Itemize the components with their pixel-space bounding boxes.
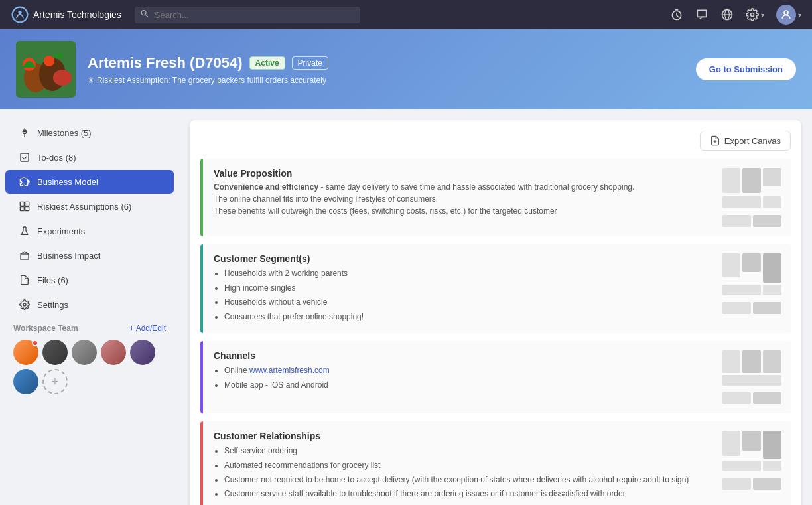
team-member-1[interactable] [13, 340, 38, 365]
project-info: Artemis Fresh (D7054) Active Private ✳ R… [88, 54, 684, 85]
team-avatar-5 [130, 340, 155, 365]
private-badge: Private [292, 56, 328, 70]
workspace-add-edit[interactable]: + Add/Edit [129, 324, 166, 333]
svg-point-14 [53, 70, 72, 86]
card-graphic-customer-relationships [715, 431, 781, 505]
card-bullets-customer-segments: Households with 2 working parents High i… [214, 267, 707, 324]
team-member-5[interactable] [130, 340, 155, 365]
sidebar-item-todos[interactable]: To-dos (8) [5, 145, 174, 169]
sidebar-label-milestones: Milestones (5) [37, 128, 92, 138]
sidebar-label-business-model: Business Model [37, 177, 98, 187]
graphic-row-4 [722, 478, 781, 490]
user-chevron-icon: ▾ [798, 11, 801, 19]
chat-icon[interactable] [695, 8, 709, 21]
bullet-automated-recommendations: Automated recommendations for grocery li… [224, 459, 707, 473]
svg-rect-21 [21, 254, 29, 259]
active-badge: Active [249, 56, 285, 70]
globe-icon[interactable] [720, 8, 734, 21]
team-member-2[interactable] [42, 340, 68, 365]
timer-icon[interactable] [670, 8, 683, 21]
sidebar-item-files[interactable]: Files (6) [5, 268, 174, 292]
topnav: Artemis Technologies ▾ ▾ [0, 0, 812, 29]
team-member-6[interactable] [13, 369, 38, 394]
workspace-section: Workspace Team + Add/Edit [0, 317, 179, 401]
notification-dot-1 [32, 340, 38, 346]
card-title-customer-relationships: Customer Relationships [214, 431, 707, 441]
canvas-card-customer-relationships: Customer Relationships Self-service orde… [200, 421, 791, 505]
card-graphic-channels [715, 350, 781, 404]
graphic-grid-3 [722, 350, 781, 386]
sidebar-label-files: Files (6) [37, 275, 68, 285]
search-input[interactable] [135, 7, 360, 23]
export-canvas-label: Export Canvas [724, 136, 781, 146]
sidebar-item-experiments[interactable]: Experiments [5, 219, 174, 243]
bullet-online-channel: Online www.artemisfresh.com [224, 364, 707, 378]
bullet-households-working: Households with 2 working parents [224, 267, 707, 281]
app-logo[interactable]: Artemis Technologies [11, 5, 121, 24]
svg-point-22 [23, 303, 26, 306]
bullet-no-home-required: Customer not required to be home to acce… [224, 473, 707, 488]
svg-rect-16 [21, 153, 29, 161]
bullet-mobile-app: Mobile app - iOS and Android [224, 378, 707, 393]
building-icon [19, 250, 31, 261]
workspace-avatars: + [13, 340, 166, 394]
hero-cta[interactable]: Go to Submission [696, 58, 796, 80]
card-graphic-value-proposition [715, 168, 781, 227]
card-bullets-customer-relationships: Self-service ordering Automated recommen… [214, 444, 707, 505]
sidebar-item-settings[interactable]: Settings [5, 293, 174, 317]
workspace-title: Workspace Team [13, 324, 78, 333]
graphic-row-2 [722, 302, 781, 314]
canvas-card-channels: Channels Online www.artemisfresh.com Mob… [200, 341, 791, 413]
user-avatar-button[interactable]: ▾ [776, 5, 801, 25]
checkbox-icon [19, 151, 31, 163]
project-subtitle: ✳ Riskiest Assumption: The grocery packe… [88, 76, 684, 85]
graphic-row-1 [722, 215, 781, 227]
sidebar-label-experiments: Experiments [37, 226, 85, 236]
svg-line-3 [145, 15, 148, 17]
card-title-value-proposition: Value Proposition [214, 168, 707, 179]
sidebar-label-todos: To-dos (8) [37, 153, 76, 163]
export-canvas-button[interactable]: Export Canvas [700, 131, 791, 151]
sidebar: Milestones (5) To-dos (8) Business Model… [0, 109, 179, 505]
app-name: Artemis Technologies [33, 9, 121, 20]
gear-button[interactable]: ▾ [746, 8, 764, 21]
add-team-member-button[interactable]: + [42, 369, 68, 394]
search-bar[interactable] [135, 7, 360, 23]
avatar [776, 5, 796, 25]
project-title: Artemis Fresh (D7054) [88, 54, 243, 72]
sidebar-item-milestones[interactable]: Milestones (5) [5, 121, 174, 145]
graphic-grid-2 [722, 253, 781, 295]
card-body-value-proposition: Value Proposition Convenience and effici… [214, 168, 707, 227]
canvas-panel: Export Canvas Value Proposition Convenie… [190, 120, 801, 505]
svg-rect-19 [20, 207, 24, 211]
sidebar-item-riskiest-assumptions[interactable]: Riskiest Assumptions (6) [5, 194, 174, 218]
svg-rect-18 [25, 202, 29, 206]
team-avatar-4 [101, 340, 126, 365]
team-member-4[interactable] [101, 340, 126, 365]
svg-point-8 [784, 11, 788, 15]
export-icon [710, 135, 720, 146]
bullet-households-no-vehicle: Households without a vehicle [224, 295, 707, 310]
puzzle-icon [19, 176, 31, 188]
card-subtitle-convenience: Convenience and efficiency [214, 182, 318, 192]
card-graphic-customer-segments [715, 253, 781, 324]
pin-icon [19, 127, 31, 139]
search-icon [140, 9, 149, 21]
bullet-online-shoppers: Consumers that prefer online shopping! [224, 310, 707, 325]
settings-gear-icon [19, 299, 31, 311]
sidebar-item-business-impact[interactable]: Business Impact [5, 244, 174, 267]
go-to-submission-button[interactable]: Go to Submission [696, 58, 796, 80]
bullet-high-income: High income singles [224, 281, 707, 296]
team-member-3[interactable] [72, 340, 97, 365]
svg-point-2 [141, 11, 146, 15]
graphic-grid-1 [722, 168, 781, 208]
bullet-self-service: Self-service ordering [224, 444, 707, 459]
sidebar-item-business-model[interactable]: Business Model [5, 170, 174, 194]
sidebar-label-riskiest: Riskiest Assumptions (6) [37, 202, 131, 212]
bullet-customer-service: Customer service staff available to trou… [224, 487, 707, 502]
star-icon: ✳ [88, 76, 94, 85]
artemisfresh-link[interactable]: www.artemisfresh.com [249, 366, 330, 375]
bullet-social-media: Social media (Twitter, Facebook, Instagr… [224, 502, 707, 505]
riskiest-puzzle-icon [19, 200, 31, 212]
card-title-channels: Channels [214, 350, 707, 361]
